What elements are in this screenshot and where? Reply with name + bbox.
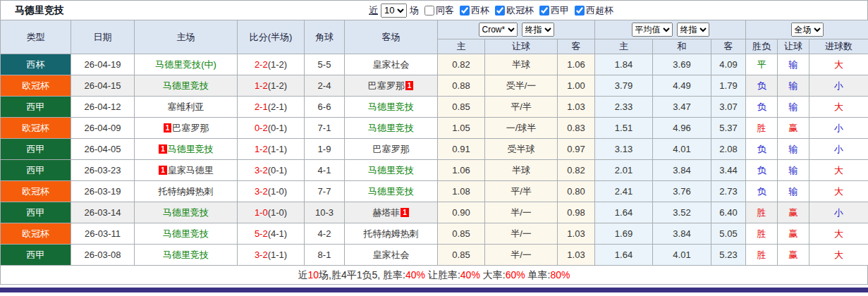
date-cell: 26-04-05 [71, 139, 135, 160]
crow-handicap-cell: 半/一 [485, 202, 558, 223]
fulltime-select[interactable]: 全场 [791, 23, 824, 37]
result-handicap-cell: 赢 [778, 202, 809, 223]
ucl-checkbox[interactable] [495, 6, 505, 16]
avg-source-select[interactable]: 平均值 [632, 23, 673, 37]
competition-cell: 西甲 [1, 139, 71, 160]
crow-handicap-cell: 半/一 [485, 223, 558, 245]
avg-home-odds-cell: 1.51 [595, 118, 653, 139]
halftime-score: (1-1) [268, 249, 287, 260]
avg-stage-select[interactable]: 终指 [677, 23, 709, 37]
avg-draw-odds-cell: 4.01 [653, 139, 711, 160]
avg-draw-odds-cell: 4.49 [653, 75, 711, 97]
title-bar: 马德里竞技 近 10 场 同客 西杯 欧冠杯 西甲 [0, 0, 868, 20]
result-wdl-cell: 负 [746, 160, 778, 181]
corners-cell: 5-5 [305, 54, 345, 75]
match-row: 西甲26-04-12塞维利亚2-1(2-1)6-6马德里竞技0.85平/半1.0… [1, 97, 868, 118]
score-cell: 3-2(1-1) [238, 245, 305, 266]
team-name: 皇家马德里 [168, 165, 214, 175]
match-row: 西甲26-04-051马德里竞技1-2(1-1)1-9巴塞罗那0.91受半球0.… [1, 139, 868, 160]
red-card-badge: 1 [164, 123, 172, 132]
match-stats-panel: 马德里竞技 近 10 场 同客 西杯 欧冠杯 西甲 [0, 0, 868, 296]
avg-draw-odds-cell: 3.84 [653, 160, 711, 181]
col-header-corner: 角球 [305, 20, 345, 54]
corners-cell: 8-1 [305, 245, 345, 266]
crow-handicap-cell: 半球 [485, 160, 558, 181]
result-wdl-cell: 负 [746, 139, 778, 160]
avg-away-odds-cell: 5.05 [711, 223, 746, 245]
checkbox-ucl[interactable]: 欧冠杯 [495, 4, 534, 17]
team-name: 马德里竞技 [368, 123, 414, 133]
result-handicap-cell: 赢 [778, 223, 809, 245]
score-cell: 1-0(1-0) [238, 202, 305, 223]
recent-count-select[interactable]: 10 [381, 4, 407, 18]
avg-home-odds-cell: 1.64 [595, 202, 653, 223]
crow-away-odds-cell: 0.97 [558, 139, 595, 160]
col-header-type: 类型 [1, 20, 71, 54]
fulltime-score: 1-0 [255, 207, 268, 218]
page-title: 马德里竞技 [15, 4, 64, 17]
home-team-cell: 1马德里竞技 [135, 139, 238, 160]
result-goals-cell: 大 [809, 54, 868, 75]
team-name: 马德里竞技 [163, 207, 209, 218]
corners-cell: 10-3 [305, 202, 345, 223]
result-goals-cell: 大 [809, 223, 868, 245]
match-history-table: 类型 日期 主场 比分(半场) 角球 客场 Crow*终指 平均值终指 全场 主… [0, 20, 868, 266]
competition-cell: 西甲 [1, 245, 71, 266]
crow-away-odds-cell: 0.98 [558, 202, 595, 223]
home-team-cell: 马德里竞技 [135, 223, 238, 245]
date-cell: 26-04-09 [71, 118, 135, 139]
avg-draw-odds-cell: 3.52 [653, 202, 711, 223]
avg-home-odds-cell: 1.84 [595, 54, 653, 75]
halftime-score: (2-1) [268, 101, 287, 112]
crow-away-odds-cell: 0.82 [558, 160, 595, 181]
crow-home-odds-cell: 0.85 [438, 245, 485, 266]
recent-link[interactable]: 近 [369, 4, 378, 17]
checkbox-copa[interactable]: 西杯 [460, 4, 489, 17]
fulltime-score: 2-2 [255, 59, 268, 70]
result-goals-cell: 大 [809, 160, 868, 181]
home-team-cell: 马德里竞技 [135, 75, 238, 97]
fulltime-score: 2-1 [255, 101, 268, 112]
checkbox-laliga[interactable]: 西甲 [539, 4, 569, 17]
result-wdl-cell: 负 [746, 181, 778, 202]
summary-stat-value: 80% [550, 269, 570, 280]
avg-draw-odds-cell: 4.96 [653, 118, 711, 139]
match-row: 西甲26-03-08马德里竞技3-2(1-1)8-1皇家社会0.85半/一1.0… [1, 245, 868, 266]
supercup-checkbox[interactable] [575, 6, 585, 16]
avg-home-odds-cell: 2.41 [595, 181, 653, 202]
crow-bookmaker-select[interactable]: Crow* [479, 23, 518, 37]
crow-home-odds-cell: 0.88 [438, 75, 485, 97]
team-name: 马德里竞技 [168, 144, 214, 154]
away-team-cell: 巴塞罗那1 [345, 75, 438, 97]
halftime-score: (0-1) [268, 123, 287, 133]
avg-home-odds-cell: 2.33 [595, 97, 653, 118]
red-card-badge: 1 [159, 144, 167, 154]
crow-away-odds-cell: 1.03 [558, 245, 595, 266]
crow-stage-select[interactable]: 终指 [522, 23, 554, 37]
red-card-badge: 1 [405, 81, 414, 90]
summary-text: 单率: [525, 269, 551, 280]
result-wdl-cell: 胜 [746, 118, 778, 139]
summary-text: 大率: [480, 269, 506, 280]
team-name: 托特纳姆热刺 [364, 228, 419, 239]
result-wdl-cell: 胜 [746, 202, 778, 223]
team-name: 赫塔菲 [372, 207, 400, 218]
crow-home-odds-cell: 1.05 [438, 118, 485, 139]
result-goals-cell: 小 [809, 118, 868, 139]
score-cell: 5-2(4-1) [238, 223, 305, 245]
crow-home-odds-cell: 0.85 [438, 223, 485, 245]
date-cell: 26-03-19 [71, 181, 135, 202]
avg-home-odds-cell: 2.01 [595, 160, 653, 181]
crow-handicap-cell: 平/半 [485, 181, 558, 202]
team-name: 马德里竞技 [368, 186, 414, 197]
result-handicap-cell: 输 [778, 54, 809, 75]
halftime-score: (1-2) [268, 59, 287, 70]
checkbox-supercup[interactable]: 西超杯 [575, 4, 613, 17]
laliga-checkbox[interactable] [539, 6, 549, 16]
same-away-checkbox[interactable] [424, 6, 434, 16]
corners-cell: 7-7 [305, 181, 345, 202]
team-name: 巴塞罗那 [172, 123, 209, 133]
checkbox-same-away[interactable]: 同客 [424, 4, 454, 17]
copa-checkbox[interactable] [460, 6, 470, 16]
crow-away-odds-cell: 1.06 [558, 54, 595, 75]
